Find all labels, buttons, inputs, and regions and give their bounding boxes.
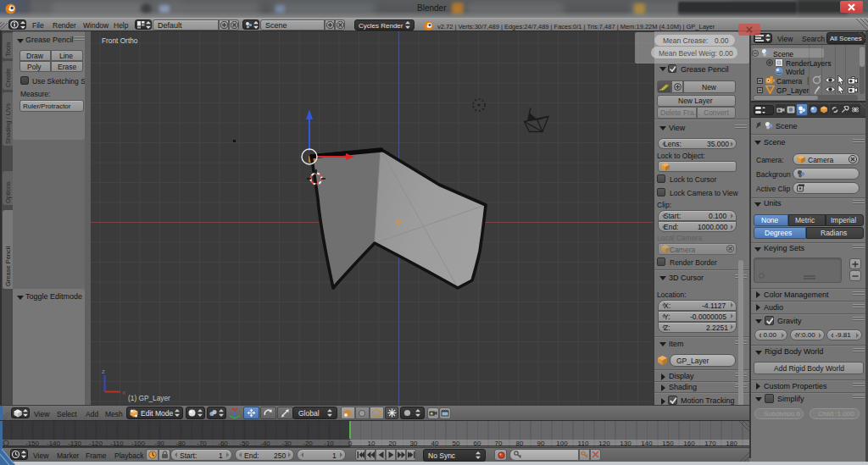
svg-text:x: x bbox=[122, 389, 125, 396]
svg-text:z: z bbox=[102, 368, 105, 375]
